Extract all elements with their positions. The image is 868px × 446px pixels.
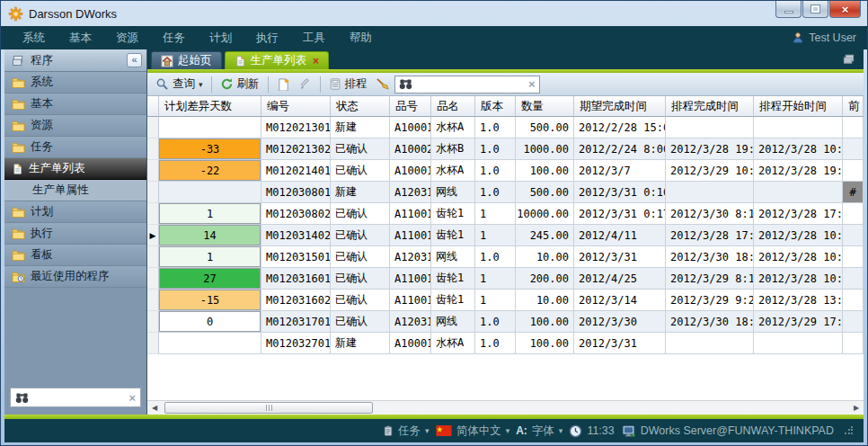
column-header-7[interactable]: 期望完成时间 bbox=[574, 96, 666, 117]
horizontal-scrollbar[interactable]: ◀ ▶ bbox=[147, 400, 864, 415]
row-selector[interactable] bbox=[147, 311, 159, 333]
schedule-button[interactable]: 排程 bbox=[326, 75, 370, 94]
row-selector[interactable] bbox=[147, 246, 159, 268]
cell-sched_start: 2012/3/28 17:13 bbox=[754, 203, 843, 225]
table-row[interactable]: 0M012031701已确认A12031网线1.0100.002012/3/30… bbox=[147, 311, 864, 333]
tab-1[interactable]: 生产单列表× bbox=[225, 51, 330, 69]
row-selector[interactable] bbox=[147, 203, 159, 225]
new-button[interactable] bbox=[274, 76, 293, 93]
table-row[interactable]: M012021301新建A10001水杯A1.0500.002012/2/28 … bbox=[147, 117, 864, 138]
sidebar-search-clear-icon[interactable]: × bbox=[128, 391, 136, 405]
cell-sched_start bbox=[754, 117, 843, 138]
current-row-indicator[interactable]: ▶ bbox=[147, 225, 159, 246]
edit-button[interactable] bbox=[296, 76, 314, 93]
cell-item_name: 齿轮1 bbox=[431, 225, 475, 246]
sidebar-item-3[interactable]: 任务 bbox=[4, 137, 146, 158]
column-header-overflow[interactable]: 前 bbox=[843, 96, 864, 117]
column-header-8[interactable]: 排程完成时间 bbox=[666, 96, 754, 117]
clear-schedule-button[interactable] bbox=[373, 76, 392, 93]
cell-expected: 2012/4/11 bbox=[574, 225, 666, 246]
scroll-left-icon[interactable]: ◀ bbox=[147, 401, 162, 415]
current-user[interactable]: Test User bbox=[792, 31, 856, 44]
column-header-1[interactable]: 编号 bbox=[261, 96, 331, 117]
cell-item_no: A10001 bbox=[390, 160, 431, 182]
column-header-3[interactable]: 品号 bbox=[390, 96, 431, 117]
query-button[interactable]: 查询 ▾ bbox=[153, 75, 206, 94]
table-row[interactable]: -33M012021302已确认A10002水杯B1.01000.002012/… bbox=[147, 138, 864, 160]
column-header-4[interactable]: 品名 bbox=[431, 96, 475, 117]
refresh-button[interactable]: 刷新 bbox=[217, 75, 262, 94]
row-selector[interactable] bbox=[147, 160, 159, 182]
cell-item_no: A12031 bbox=[390, 311, 431, 333]
table-row[interactable]: 27M012031601已确认A11001齿轮11200.002012/4/25… bbox=[147, 268, 864, 290]
tab-0[interactable]: 起始页 bbox=[151, 51, 222, 69]
sidebar-item-5[interactable]: 生产单属性 bbox=[4, 180, 146, 201]
statusbar-font-dropdown[interactable]: A: 字体 ▾ bbox=[516, 424, 562, 439]
table-row[interactable]: ▶14M012031402已确认A11001齿轮11245.002012/4/1… bbox=[147, 225, 864, 246]
sidebar-collapse-button[interactable]: « bbox=[127, 53, 142, 67]
cell-expected: 2012/3/7 bbox=[574, 160, 666, 182]
toolbar-search-input[interactable] bbox=[416, 77, 525, 92]
column-header-6[interactable]: 数量 bbox=[516, 96, 574, 117]
row-selector[interactable] bbox=[147, 182, 159, 203]
sidebar: 程序 « 系统基本资源任务生产单列表生产单属性计划执行看板最近使用的程序 × bbox=[4, 49, 147, 415]
column-header-9[interactable]: 排程开始时间 bbox=[754, 96, 843, 117]
menu-item-1[interactable]: 基本 bbox=[69, 31, 92, 46]
sidebar-item-9[interactable]: 最近使用的程序 bbox=[4, 266, 146, 288]
scrollbar-thumb[interactable] bbox=[164, 402, 373, 414]
table-row[interactable]: M012030801新建A12031网线1.0500.002012/3/31 0… bbox=[147, 182, 864, 203]
row-selector[interactable] bbox=[147, 333, 159, 354]
sidebar-item-1[interactable]: 基本 bbox=[4, 94, 146, 115]
row-selector[interactable] bbox=[147, 268, 159, 290]
row-selector[interactable] bbox=[147, 138, 159, 160]
menu-item-5[interactable]: 执行 bbox=[256, 31, 279, 46]
table-row[interactable]: -15M012031602已确认A11001齿轮1110.002012/3/14… bbox=[147, 290, 864, 311]
menu-item-6[interactable]: 工具 bbox=[303, 31, 325, 46]
cell-status: 已确认 bbox=[331, 290, 390, 311]
menu-item-3[interactable]: 任务 bbox=[163, 31, 185, 46]
resize-grip[interactable] bbox=[844, 426, 853, 435]
row-selector[interactable] bbox=[147, 117, 159, 138]
sidebar-item-2[interactable]: 资源 bbox=[4, 115, 146, 137]
cell-expected: 2012/4/25 bbox=[574, 268, 666, 290]
cell-expected: 2012/3/31 bbox=[574, 333, 666, 354]
menu-item-0[interactable]: 系统 bbox=[22, 31, 45, 46]
statusbar-language-dropdown[interactable]: 简体中文 ▾ bbox=[436, 424, 510, 439]
sidebar-item-4[interactable]: 生产单列表 bbox=[4, 158, 146, 180]
menu-item-4[interactable]: 计划 bbox=[209, 31, 232, 46]
cell-status: 已确认 bbox=[331, 246, 390, 268]
cell-diff: -15 bbox=[159, 290, 261, 311]
close-button[interactable]: × bbox=[829, 1, 861, 18]
sidebar-item-0[interactable]: 系统 bbox=[4, 72, 146, 94]
cell-qty: 10000.00 bbox=[516, 203, 574, 225]
table-row[interactable]: -22M012021401已确认A10001水杯A1.0100.002012/3… bbox=[147, 160, 864, 182]
column-header-5[interactable]: 版本 bbox=[475, 96, 516, 117]
table-row[interactable]: M012032701新建A10001水杯A1.0100.002012/3/31 bbox=[147, 333, 864, 354]
row-selector[interactable] bbox=[147, 290, 159, 311]
maximize-button[interactable] bbox=[802, 1, 828, 18]
cell-qty: 10.00 bbox=[516, 290, 574, 311]
tab-close-icon[interactable]: × bbox=[313, 55, 319, 67]
sidebar-item-8[interactable]: 看板 bbox=[4, 245, 146, 266]
query-dropdown-caret-icon[interactable]: ▾ bbox=[199, 80, 203, 89]
cell-qty: 500.00 bbox=[516, 117, 574, 138]
menu-item-7[interactable]: 帮助 bbox=[350, 31, 372, 46]
toolbar-separator bbox=[211, 76, 212, 93]
statusbar-server: DWorks Server@FUNWAY-THINKPAD bbox=[621, 424, 834, 438]
sidebar-item-label: 系统 bbox=[31, 75, 53, 90]
table-row[interactable]: 1M012030802已确认A11001齿轮1110000.002012/3/3… bbox=[147, 203, 864, 225]
table-row[interactable]: 1M012031501已确认A12031网线1.010.002012/3/312… bbox=[147, 246, 864, 268]
statusbar-task-dropdown[interactable]: 任务 ▾ bbox=[383, 424, 430, 439]
toolbar-search-clear-icon[interactable]: × bbox=[528, 77, 536, 91]
column-header-2[interactable]: 状态 bbox=[331, 96, 390, 117]
sidebar-search-input[interactable] bbox=[33, 390, 124, 405]
column-header-0[interactable]: 计划差异天数 bbox=[159, 96, 261, 117]
window-list-icon[interactable] bbox=[841, 52, 856, 66]
sidebar-item-7[interactable]: 执行 bbox=[4, 223, 146, 245]
minimize-button[interactable] bbox=[775, 1, 802, 18]
minimize-icon bbox=[784, 11, 793, 13]
menu-item-2[interactable]: 资源 bbox=[116, 31, 138, 46]
cell-status: 新建 bbox=[331, 333, 390, 354]
sidebar-item-6[interactable]: 计划 bbox=[4, 201, 146, 223]
scroll-right-icon[interactable]: ▶ bbox=[849, 401, 864, 415]
